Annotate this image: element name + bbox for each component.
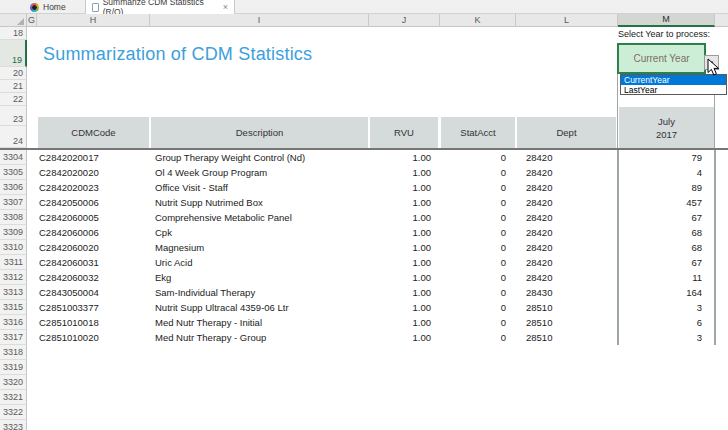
cell-g[interactable] [27, 285, 37, 300]
cell-description[interactable]: Nutrit Supp Ultracal 4359-06 Ltr [150, 300, 369, 315]
cell-description[interactable] [150, 420, 369, 430]
column-header-h[interactable]: H [37, 14, 150, 27]
cell-description[interactable]: Group Therapy Weight Control (Nd) [150, 150, 369, 165]
cell-cdmcode[interactable]: C2851010020 [37, 330, 150, 345]
cell-g[interactable] [27, 255, 37, 270]
row-number[interactable]: 3305 [0, 165, 27, 180]
row-number[interactable]: 3318 [0, 345, 27, 360]
cell-statacct[interactable]: 0 [440, 180, 516, 195]
cell-description[interactable]: Med Nutr Therapy - Group [150, 330, 369, 345]
cell-statacct[interactable]: 0 [440, 210, 516, 225]
cell-dept[interactable]: 28420 [516, 195, 618, 210]
table-header-description[interactable]: Description [151, 117, 368, 148]
row-number[interactable]: 3319 [0, 360, 27, 375]
cell-g[interactable] [27, 360, 37, 375]
cell-rvu[interactable]: 1.00 [369, 225, 440, 240]
row-header-22[interactable]: 22 [0, 93, 27, 106]
cell-statacct[interactable]: 0 [440, 315, 516, 330]
cell-rvu[interactable]: 1.00 [369, 210, 440, 225]
close-icon[interactable]: × [223, 3, 228, 12]
cell-cdmcode[interactable]: C2842020023 [37, 180, 150, 195]
cell-description[interactable] [150, 345, 369, 360]
column-header-g[interactable]: G [27, 14, 37, 27]
cell-g[interactable] [27, 300, 37, 315]
row-number[interactable]: 3316 [0, 315, 27, 330]
column-header-m-active[interactable]: M [618, 14, 715, 27]
cell-dept[interactable] [516, 390, 618, 405]
column-header-i[interactable]: I [150, 14, 369, 27]
cell-g[interactable] [27, 405, 37, 420]
cell-july-value[interactable] [618, 360, 716, 375]
year-selector-cell[interactable]: Current Year [617, 43, 706, 74]
row-number[interactable]: 3317 [0, 330, 27, 345]
table-header-rvu[interactable]: RVU [370, 117, 438, 148]
row-number[interactable]: 3308 [0, 210, 27, 225]
cell-statacct[interactable]: 0 [440, 195, 516, 210]
row-number[interactable]: 3313 [0, 285, 27, 300]
cell-rvu[interactable]: 1.00 [369, 300, 440, 315]
cell-cdmcode[interactable] [37, 420, 150, 430]
cell-g[interactable] [27, 345, 37, 360]
select-all-corner[interactable] [0, 14, 27, 27]
cell-description[interactable]: Sam-Individual Therapy [150, 285, 369, 300]
row-header-19-active[interactable]: 19 [0, 40, 27, 67]
cell-g[interactable] [27, 180, 37, 195]
cell-description[interactable]: Med Nutr Therapy - Initial [150, 315, 369, 330]
cell-rvu[interactable]: 1.00 [369, 270, 440, 285]
dropdown-option-last-year[interactable]: LastYear [621, 85, 726, 95]
cell-rvu[interactable]: 1.00 [369, 315, 440, 330]
cell-statacct[interactable] [440, 405, 516, 420]
table-header-statacct[interactable]: StatAcct [441, 117, 515, 148]
row-number[interactable]: 3310 [0, 240, 27, 255]
cell-rvu[interactable] [369, 360, 440, 375]
table-header-dept[interactable]: Dept [517, 117, 616, 148]
cell-rvu[interactable]: 1.00 [369, 165, 440, 180]
cell-g[interactable] [27, 375, 37, 390]
cell-rvu[interactable] [369, 390, 440, 405]
row-number[interactable]: 3311 [0, 255, 27, 270]
row-header-24[interactable]: 24 [0, 126, 27, 148]
cell-rvu[interactable]: 1.00 [369, 285, 440, 300]
cell-statacct[interactable] [440, 420, 516, 430]
cell-cdmcode[interactable] [37, 345, 150, 360]
row-number[interactable]: 3323 [0, 420, 27, 430]
cell-statacct[interactable]: 0 [440, 150, 516, 165]
cell-cdmcode[interactable]: C2851003377 [37, 300, 150, 315]
cell-statacct[interactable]: 0 [440, 255, 516, 270]
cell-statacct[interactable]: 0 [440, 270, 516, 285]
cell-dept[interactable] [516, 405, 618, 420]
cell-july-value[interactable] [618, 390, 716, 405]
cell-cdmcode[interactable]: C2843050004 [37, 285, 150, 300]
cell-dept[interactable]: 28420 [516, 240, 618, 255]
cell-cdmcode[interactable] [37, 375, 150, 390]
row-number[interactable]: 3306 [0, 180, 27, 195]
cell-july-value[interactable] [618, 405, 716, 420]
cell-g[interactable] [27, 390, 37, 405]
cell-rvu[interactable]: 1.00 [369, 150, 440, 165]
cell-july-value[interactable] [618, 345, 716, 360]
table-header-july-2017[interactable]: July 2017 [619, 107, 714, 148]
cell-rvu[interactable] [369, 375, 440, 390]
cell-rvu[interactable]: 1.00 [369, 240, 440, 255]
cell-g[interactable] [27, 240, 37, 255]
cell-description[interactable] [150, 405, 369, 420]
row-number[interactable]: 3315 [0, 300, 27, 315]
cell-g[interactable] [27, 420, 37, 430]
row-number[interactable]: 3322 [0, 405, 27, 420]
cell-dept[interactable]: 28510 [516, 315, 618, 330]
cell-dept[interactable] [516, 375, 618, 390]
cell-g[interactable] [27, 270, 37, 285]
row-header-23[interactable]: 23 [0, 106, 27, 126]
cell-description[interactable]: Uric Acid [150, 255, 369, 270]
cell-cdmcode[interactable]: C2842020020 [37, 165, 150, 180]
cell-cdmcode[interactable]: C2842020017 [37, 150, 150, 165]
cell-rvu[interactable] [369, 345, 440, 360]
row-number[interactable]: 3309 [0, 225, 27, 240]
cell-statacct[interactable] [440, 375, 516, 390]
cell-cdmcode[interactable] [37, 390, 150, 405]
cell-dept[interactable]: 28510 [516, 300, 618, 315]
cell-description[interactable]: Office Visit - Staff [150, 180, 369, 195]
column-header-l[interactable]: L [516, 14, 618, 27]
cell-july-value[interactable] [618, 375, 716, 390]
cell-description[interactable]: Cpk [150, 225, 369, 240]
